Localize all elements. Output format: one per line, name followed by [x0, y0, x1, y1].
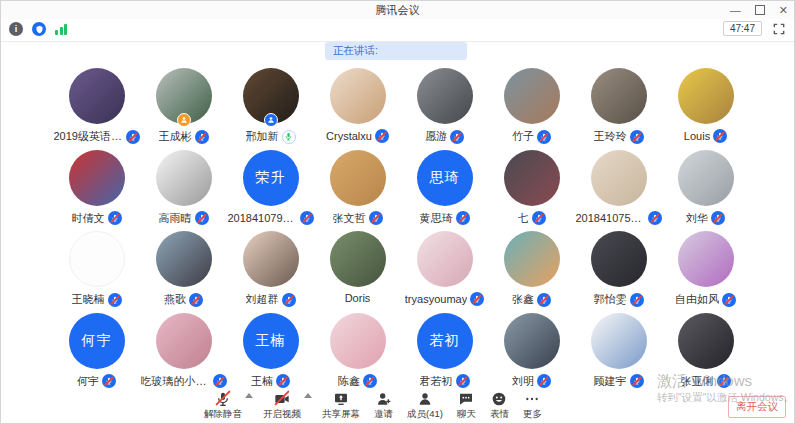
participant-avatar: [330, 150, 386, 206]
participant-cell[interactable]: tryasyoumay: [401, 226, 488, 308]
participant-cell[interactable]: 张鑫: [488, 226, 575, 308]
participant-cell[interactable]: 王成彬: [140, 63, 227, 145]
toolbar-button-share-screen[interactable]: 共享屏幕: [322, 390, 360, 421]
participant-nameline: 张文哲: [333, 211, 383, 226]
participant-name: 何宇: [77, 374, 99, 389]
minimize-icon[interactable]: —: [730, 1, 741, 19]
participant-name: 王玲玲: [594, 129, 627, 144]
participant-name: 时倩文: [72, 211, 105, 226]
participant-nameline: 竹子: [512, 129, 551, 144]
mic-muted-icon: [537, 374, 551, 388]
toolbar-button-members[interactable]: 成员(41): [407, 390, 443, 421]
participant-cell[interactable]: 若初君若初: [401, 308, 488, 390]
participant-name: 刘明: [512, 374, 534, 389]
participant-nameline: tryasyoumay: [405, 292, 484, 306]
participant-nameline: 刘超群: [246, 292, 296, 307]
more-icon: [523, 390, 541, 407]
mic-icon: [214, 390, 232, 407]
participant-nameline: 自由如风: [675, 292, 736, 307]
participant-cell[interactable]: 燕歌: [140, 226, 227, 308]
participant-cell[interactable]: 荣升2018410796王...: [227, 145, 314, 227]
participant-cell[interactable]: 何宇何宇: [53, 308, 140, 390]
participant-avatar: [678, 150, 734, 206]
mic-muted-icon: [276, 374, 290, 388]
host-badge-icon: [177, 113, 191, 127]
participant-cell[interactable]: 思琦黄思琦: [401, 145, 488, 227]
participant-cell[interactable]: 郭怡雯: [575, 226, 662, 308]
windows-activation-watermark-line1: 激活 Windows: [657, 372, 752, 391]
participant-cell[interactable]: 自由如风: [662, 226, 749, 308]
participant-cell[interactable]: 王楠王楠: [227, 308, 314, 390]
participant-name: 张文哲: [333, 211, 366, 226]
participant-cell[interactable]: 七: [488, 145, 575, 227]
speaking-label: 正在讲话:: [333, 44, 378, 58]
participant-cell[interactable]: 吃玻璃的小海苔: [140, 308, 227, 390]
participant-cell[interactable]: 竹子: [488, 63, 575, 145]
network-signal-icon[interactable]: [55, 23, 67, 35]
participant-cell[interactable]: 时倩文: [53, 145, 140, 227]
statusbar-right: 47:47: [723, 21, 786, 36]
participant-avatar: [591, 68, 647, 124]
participant-nameline: 何宇: [77, 374, 116, 389]
participant-name: 邢加新: [246, 129, 279, 144]
participant-cell[interactable]: 刘华: [662, 145, 749, 227]
mic-muted-icon: [369, 211, 383, 225]
participant-name: 陈鑫: [338, 374, 360, 389]
participant-nameline: 时倩文: [72, 211, 122, 226]
security-shield-icon[interactable]: [32, 22, 46, 36]
window-controls: — ✕: [730, 1, 788, 19]
fullscreen-icon[interactable]: [772, 22, 786, 36]
toolbar-button-unmute[interactable]: 解除静音: [204, 390, 242, 421]
participant-cell[interactable]: 王玲玲: [575, 63, 662, 145]
participant-avatar: [678, 231, 734, 287]
participant-name: Louis: [684, 130, 710, 142]
mic-muted-icon: [713, 129, 727, 143]
meeting-info-icon[interactable]: i: [9, 22, 23, 36]
participant-cell[interactable]: 陈鑫: [314, 308, 401, 390]
participant-cell[interactable]: 高雨晴: [140, 145, 227, 227]
participant-cell[interactable]: 王晓楠: [53, 226, 140, 308]
participant-name: 君若初: [420, 374, 453, 389]
participant-cell[interactable]: 顾建宇: [575, 308, 662, 390]
close-icon[interactable]: ✕: [779, 1, 788, 19]
toolbar-items: 解除静音开启视频共享屏幕邀请成员(41)聊天表情更多: [197, 390, 549, 421]
mic-muted-icon: [711, 211, 725, 225]
mic-muted-icon: [126, 130, 140, 144]
mic-muted-icon: [282, 293, 296, 307]
participant-nameline: 王成彬: [159, 129, 209, 144]
mic-muted-icon: [195, 130, 209, 144]
toolbar-button-emoji[interactable]: 表情: [490, 390, 509, 421]
participant-cell[interactable]: Crystalxu: [314, 63, 401, 145]
participant-cell[interactable]: 刘明: [488, 308, 575, 390]
participant-avatar: [156, 68, 212, 124]
toolbar-button-invite[interactable]: 邀请: [374, 390, 393, 421]
caret-up-icon[interactable]: [304, 393, 312, 398]
toolbar-button-start-video[interactable]: 开启视频: [263, 390, 301, 421]
participant-cell[interactable]: 张文哲: [314, 145, 401, 227]
participant-cell[interactable]: 2019级英语五...: [53, 63, 140, 145]
participant-nameline: 黄思琦: [420, 211, 470, 226]
mic-muted-icon: [537, 130, 551, 144]
participant-cell[interactable]: 2018410756雷...: [575, 145, 662, 227]
participant-name: 吃玻璃的小海苔: [141, 374, 210, 389]
participant-cell[interactable]: Doris: [314, 226, 401, 308]
participant-nameline: Louis: [684, 129, 727, 143]
status-icons: i: [9, 22, 67, 36]
participant-cell[interactable]: 愿游: [401, 63, 488, 145]
participant-grid: 2019级英语五...王成彬邢加新Crystalxu愿游竹子王玲玲Louis时倩…: [53, 63, 749, 389]
caret-up-icon[interactable]: [245, 393, 253, 398]
toolbar-button-label: 共享屏幕: [322, 408, 360, 421]
toolbar-button-label: 更多: [523, 408, 542, 421]
maximize-icon[interactable]: [755, 5, 765, 15]
toolbar-button-chat[interactable]: 聊天: [457, 390, 476, 421]
toolbar-button-more[interactable]: 更多: [523, 390, 542, 421]
toolbar-button-label: 解除静音: [204, 408, 242, 421]
toolbar-button-label: 成员(41): [407, 408, 443, 421]
participant-avatar: [156, 150, 212, 206]
participant-cell[interactable]: 邢加新: [227, 63, 314, 145]
participant-nameline: Crystalxu: [326, 129, 389, 143]
participant-nameline: 2018410756雷...: [576, 211, 662, 226]
participant-cell[interactable]: 刘超群: [227, 226, 314, 308]
participant-avatar: [417, 231, 473, 287]
participant-cell[interactable]: Louis: [662, 63, 749, 145]
